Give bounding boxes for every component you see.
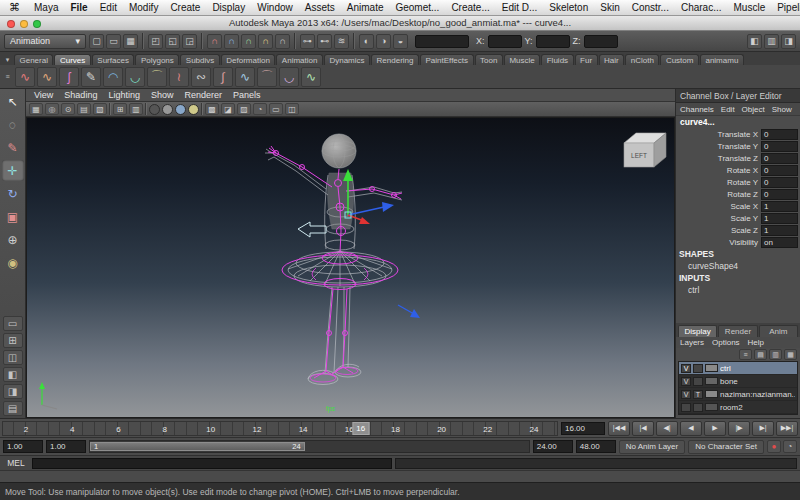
divider[interactable]: [142, 33, 144, 49]
fillet-curve-icon[interactable]: ◡: [279, 67, 299, 87]
menubar-item[interactable]: Display: [206, 2, 251, 13]
current-frame-marker[interactable]: 16: [352, 422, 369, 435]
menubar-item[interactable]: Geomet...: [389, 2, 445, 13]
arc-two-point-icon[interactable]: ◡: [125, 67, 145, 87]
view-menu[interactable]: View: [34, 90, 53, 100]
shelf-tab[interactable]: animamu: [700, 54, 744, 65]
oversampling-icon[interactable]: ▥: [129, 103, 143, 115]
menubar-item[interactable]: Skeleton: [543, 2, 594, 13]
layer-color-swatch[interactable]: [705, 390, 718, 398]
play-forwards-button[interactable]: ▶: [704, 421, 726, 436]
channels-menu[interactable]: Channels: [680, 105, 714, 114]
step-back-frame-button[interactable]: ◀|: [656, 421, 678, 436]
channel-attribute-value[interactable]: 0: [761, 153, 798, 164]
shelf-tab[interactable]: Muscle: [504, 54, 540, 65]
character-set-dropdown[interactable]: No Character Set: [688, 440, 764, 454]
shelf-tab[interactable]: Deformation: [221, 54, 276, 65]
channel-attribute-value[interactable]: 1: [761, 201, 798, 212]
channel-attribute-value[interactable]: 0: [761, 129, 798, 140]
shelf-tab[interactable]: Surfaces: [92, 54, 135, 65]
wireframe-mode-ball[interactable]: [149, 104, 160, 115]
save-scene-icon[interactable]: ▦: [123, 34, 138, 49]
show-menu[interactable]: Show: [151, 90, 174, 100]
shelf-tab[interactable]: General: [14, 54, 53, 65]
layout-two-pane-side-button[interactable]: ◫: [3, 350, 23, 365]
edit-menu[interactable]: Edit: [721, 105, 735, 114]
play-backwards-button[interactable]: ◀: [680, 421, 702, 436]
layer-color-swatch[interactable]: [705, 377, 718, 385]
channel-attribute-value[interactable]: 1: [761, 213, 798, 224]
layer-visibility-toggle[interactable]: V: [681, 364, 691, 373]
shelf-menu-icon[interactable]: ≡: [2, 71, 13, 82]
image-plane-icon[interactable]: ▧: [93, 103, 107, 115]
go-to-start-button[interactable]: |◀◀: [608, 421, 630, 436]
new-empty-layer-icon[interactable]: ▤: [754, 349, 767, 360]
move-layer-up-icon[interactable]: ≡: [739, 349, 752, 360]
new-layer-assign-selected-icon[interactable]: ▥: [769, 349, 782, 360]
xray-icon[interactable]: ◪: [221, 103, 235, 115]
renderer-menu[interactable]: Renderer: [184, 90, 222, 100]
lit-mode-ball[interactable]: [188, 104, 199, 115]
channel-attribute-value[interactable]: 0: [761, 165, 798, 176]
layer-editor-tab[interactable]: Display: [678, 325, 717, 337]
construction-history-icon[interactable]: ≋: [334, 34, 349, 49]
channel-attribute-value[interactable]: 0: [761, 189, 798, 200]
z-input[interactable]: [584, 35, 618, 48]
help-menu[interactable]: Help: [748, 338, 764, 347]
shelf-tab[interactable]: Dynamics: [324, 54, 370, 65]
playback-end-field[interactable]: 24.00: [533, 440, 573, 453]
shelf-tab[interactable]: Custom: [660, 54, 699, 65]
layout-persp-outliner-button[interactable]: ◧: [3, 367, 23, 382]
divider[interactable]: [201, 33, 203, 49]
shelf-tab[interactable]: Animation: [276, 54, 323, 65]
offset-curve-icon[interactable]: ∿: [235, 67, 255, 87]
show-menu[interactable]: Show: [772, 105, 792, 114]
toggle-attribute-editor-icon[interactable]: ◧: [747, 34, 762, 49]
layout-single-pane-button[interactable]: ▭: [3, 316, 23, 331]
new-layer-icon[interactable]: ▦: [784, 349, 797, 360]
animation-end-field[interactable]: 48.00: [576, 440, 616, 453]
layer-type-toggle[interactable]: [693, 364, 703, 373]
options-menu[interactable]: Options: [712, 338, 740, 347]
shelf-tab[interactable]: Toon: [475, 54, 503, 65]
snap-plane-icon[interactable]: ∩: [258, 34, 273, 49]
minimize-button[interactable]: [20, 20, 28, 28]
menubar-item[interactable]: Assets: [299, 2, 341, 13]
wireframe-on-shaded-icon[interactable]: ▨: [237, 103, 251, 115]
step-forward-frame-button[interactable]: |▶: [728, 421, 750, 436]
anim-layer-dropdown[interactable]: No Anim Layer: [619, 440, 685, 454]
attach-curves-icon[interactable]: ⌒: [147, 67, 167, 87]
shelf-tab[interactable]: Fur: [575, 54, 598, 65]
shelf-tab[interactable]: Hair: [599, 54, 625, 65]
divider[interactable]: [145, 103, 147, 115]
gate-mask-icon[interactable]: ◫: [285, 103, 299, 115]
menubar-item[interactable]: Skin: [594, 2, 625, 13]
isolate-select-icon[interactable]: ▩: [205, 103, 219, 115]
view-cube[interactable]: LEFT: [624, 133, 666, 167]
animation-preferences-icon[interactable]: ◔: [783, 440, 797, 453]
output-connections-icon[interactable]: ⊷: [317, 34, 332, 49]
menu-set-dropdown[interactable]: Animation ▾: [4, 34, 86, 49]
shelf-tab[interactable]: Rendering: [371, 54, 419, 65]
lighting-menu[interactable]: Lighting: [108, 90, 140, 100]
textured-mode-ball[interactable]: [175, 104, 186, 115]
render-current-frame-icon[interactable]: ◐: [359, 34, 374, 49]
layers-menu[interactable]: Layers: [680, 338, 704, 347]
open-scene-icon[interactable]: ▭: [106, 34, 121, 49]
detach-curves-icon[interactable]: ≀: [169, 67, 189, 87]
menubar-item[interactable]: File: [64, 2, 93, 13]
shelf-tab[interactable]: Polygons: [135, 54, 179, 65]
layer-type-toggle[interactable]: [693, 377, 703, 386]
selected-node-name[interactable]: curve4...: [676, 116, 800, 128]
input-connections-icon[interactable]: ⊶: [300, 34, 315, 49]
y-input[interactable]: [536, 35, 570, 48]
shelf-tab[interactable]: Curves: [54, 54, 90, 65]
divider[interactable]: [201, 103, 203, 115]
render-settings-icon[interactable]: ◒: [393, 34, 408, 49]
snap-grid-icon[interactable]: ∩: [207, 34, 222, 49]
viewport-canvas[interactable]: fps LEFT: [26, 117, 675, 418]
universal-manipulator-tool[interactable]: ⊕: [2, 229, 24, 250]
extend-curve-icon[interactable]: ∫: [213, 67, 233, 87]
toggle-tool-settings-icon[interactable]: ▥: [764, 34, 779, 49]
range-slider-track[interactable]: 1 24: [89, 440, 530, 453]
